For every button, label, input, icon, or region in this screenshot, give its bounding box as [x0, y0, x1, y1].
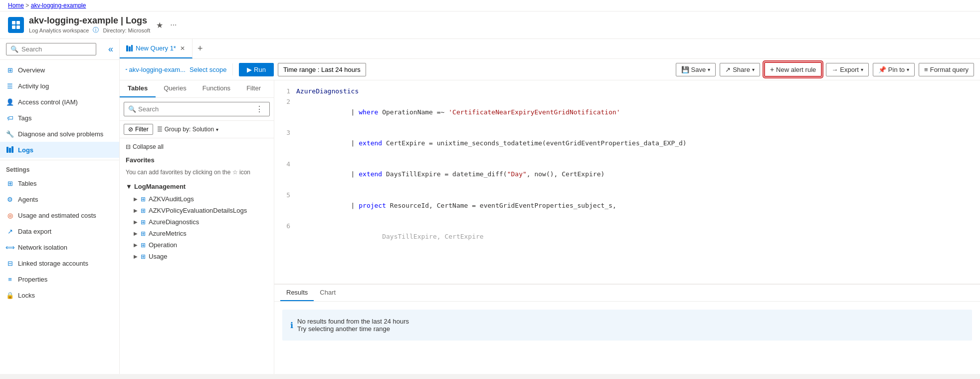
tables-filter-bar: ⊘ Filter ☰ Group by: Solution ▾ — [120, 121, 274, 138]
more-options-button[interactable]: ··· — [168, 19, 179, 30]
svg-rect-7 — [126, 45, 128, 51]
tab-functions[interactable]: Functions — [195, 80, 238, 97]
tables-search-more-button[interactable]: ⋮ — [253, 104, 265, 114]
table-name-5: Usage — [149, 253, 168, 260]
sidebar-item-data-export[interactable]: ↗ Data export — [0, 223, 119, 239]
sidebar-item-activity-log-label: Activity log — [18, 82, 49, 90]
sidebar-search-input[interactable] — [21, 45, 92, 53]
run-button[interactable]: ▶ Run — [239, 63, 273, 76]
tab-tables[interactable]: Tables — [120, 80, 156, 97]
sidebar-item-linked-storage[interactable]: ⊟ Linked storage accounts — [0, 255, 119, 271]
scope-icon — [126, 66, 127, 73]
code-text-6: DaysTillExpire, CertExpire — [296, 221, 484, 252]
editor-area[interactable]: 1 AzureDiagnostics 2 | where OperationNa… — [274, 80, 980, 284]
sidebar-item-properties-label: Properties — [18, 276, 47, 283]
properties-nav-icon: ≡ — [6, 275, 14, 283]
expand-icon-3: ▶ — [134, 231, 138, 236]
locks-nav-icon: 🔒 — [6, 291, 14, 299]
directory-label: Directory: Microsoft — [103, 27, 150, 33]
title-actions: ★ ··· — [154, 19, 179, 31]
breadcrumb-resource[interactable]: akv-logging-example — [31, 2, 86, 9]
table-item-azure-diagnostics[interactable]: ▶ ⊞ AzureDiagnostics — [120, 216, 274, 228]
svg-rect-2 — [12, 25, 15, 29]
tables-search-icon: 🔍 — [128, 105, 136, 113]
share-button[interactable]: ↗ Share ▾ — [720, 63, 760, 76]
select-scope-button[interactable]: Select scope — [190, 66, 226, 73]
collapse-all-button[interactable]: ⊟ Collapse all — [120, 140, 170, 153]
svg-rect-6 — [11, 146, 13, 153]
svg-rect-9 — [131, 45, 133, 51]
svg-rect-11 — [126, 69, 127, 70]
svg-rect-0 — [12, 21, 15, 24]
network-nav-icon: ⟺ — [6, 243, 14, 251]
table-item-operation[interactable]: ▶ ⊞ Operation — [120, 239, 274, 251]
expand-icon-2: ▶ — [134, 219, 138, 225]
tab-close-button[interactable]: ✕ — [179, 45, 186, 52]
tab-query1[interactable]: New Query 1* ✕ — [120, 39, 193, 58]
tables-pane-collapse-button[interactable]: » — [269, 80, 274, 97]
log-management-group: ▼ LogManagement ▶ ⊞ AZKVAuditLogs ▶ ⊞ — [120, 180, 274, 262]
sidebar-item-properties[interactable]: ≡ Properties — [0, 271, 119, 287]
sidebar-item-linked-storage-label: Linked storage accounts — [18, 260, 88, 267]
sidebar-collapse-button[interactable]: « — [102, 40, 119, 58]
sidebar-item-diagnose-label: Diagnose and solve problems — [18, 130, 103, 138]
code-line-2: 2 | where OperationName =~ 'CertificateN… — [282, 97, 972, 128]
new-alert-rule-button[interactable]: + New alert rule — [764, 62, 822, 77]
svg-rect-4 — [6, 147, 8, 153]
export-button[interactable]: → Export ▾ — [826, 63, 869, 76]
svg-rect-5 — [9, 148, 11, 153]
scope-link[interactable]: akv-logging-exam... — [126, 66, 186, 73]
sidebar-item-tables-label: Tables — [18, 180, 37, 187]
time-range-button[interactable]: Time range : Last 24 hours — [278, 63, 366, 76]
workspace-type: Log Analytics workspace — [29, 27, 89, 33]
sidebar-item-usage-costs[interactable]: ◎ Usage and estimated costs — [0, 207, 119, 223]
breadcrumb-home[interactable]: Home — [8, 2, 24, 9]
sidebar-item-iam[interactable]: 👤 Access control (IAM) — [0, 94, 119, 110]
filter-icon: ⊘ — [128, 126, 133, 133]
sidebar-item-overview[interactable]: ⊞ Overview — [0, 62, 119, 78]
settings-section-title: Settings — [0, 160, 119, 175]
split-pane: Tables Queries Functions Filter » 🔍 ⋮ — [120, 80, 980, 374]
toolbar-divider-1 — [232, 63, 233, 75]
sidebar-item-diagnose[interactable]: 🔧 Diagnose and solve problems — [0, 126, 119, 142]
table-item-azkv-policy[interactable]: ▶ ⊞ AZKVPolicyEvaluationDetailsLogs — [120, 205, 274, 216]
results-content-wrapper: ℹ No results found from the last 24 hour… — [274, 302, 980, 349]
table-name-3: AzureMetrics — [149, 230, 187, 237]
tab-filter[interactable]: Filter — [238, 80, 269, 97]
favorite-star-button[interactable]: ★ — [154, 19, 165, 31]
tab-queries[interactable]: Queries — [156, 80, 195, 97]
export-chevron-icon: ▾ — [861, 67, 863, 72]
tables-tabs: Tables Queries Functions Filter » — [120, 80, 274, 98]
format-query-button[interactable]: ≡ Format query — [919, 63, 974, 76]
table-name-4: Operation — [149, 241, 177, 249]
sidebar-item-activity-log[interactable]: ☰ Activity log — [0, 78, 119, 94]
sidebar-item-network-isolation[interactable]: ⟺ Network isolation — [0, 239, 119, 255]
sidebar-item-tables[interactable]: ⊞ Tables — [0, 175, 119, 191]
sidebar-item-overview-label: Overview — [18, 66, 45, 74]
line-num-3: 3 — [282, 128, 290, 159]
save-button[interactable]: 💾 Save ▾ — [676, 63, 716, 76]
app-title-block: akv-logging-example | Logs Log Analytics… — [29, 15, 150, 34]
selecting-time-range-link[interactable]: selecting another time range — [308, 325, 390, 333]
code-text-4: | extend DaysTillExpire = datetime_diff(… — [296, 159, 604, 190]
svg-rect-10 — [126, 69, 126, 70]
tab-add-button[interactable]: + — [193, 43, 208, 54]
table-item-azure-metrics[interactable]: ▶ ⊞ AzureMetrics — [120, 228, 274, 239]
tables-search-input[interactable] — [138, 105, 251, 113]
sidebar-item-agents[interactable]: ⚙ Agents — [0, 191, 119, 207]
sidebar-item-tags[interactable]: 🏷 Tags — [0, 110, 119, 126]
filter-button[interactable]: ⊘ Filter — [124, 124, 153, 135]
query-tab-icon — [126, 45, 133, 52]
log-management-group-header[interactable]: ▼ LogManagement — [120, 180, 274, 193]
sidebar-item-logs[interactable]: Logs — [0, 142, 119, 158]
pin-to-button[interactable]: 📌 Pin to ▾ — [873, 63, 915, 76]
group-by-button[interactable]: ☰ Group by: Solution ▾ — [157, 126, 218, 133]
table-item-usage[interactable]: ▶ ⊞ Usage — [120, 251, 274, 262]
sidebar-item-tags-label: Tags — [18, 114, 31, 122]
sidebar-item-locks[interactable]: 🔒 Locks — [0, 287, 119, 303]
tab-chart[interactable]: Chart — [314, 285, 342, 301]
table-icon-3: ⊞ — [141, 230, 146, 237]
code-line-4: 4 | extend DaysTillExpire = datetime_dif… — [282, 159, 972, 190]
tab-results[interactable]: Results — [280, 285, 314, 301]
table-item-azkv-audit-logs[interactable]: ▶ ⊞ AZKVAuditLogs — [120, 193, 274, 205]
